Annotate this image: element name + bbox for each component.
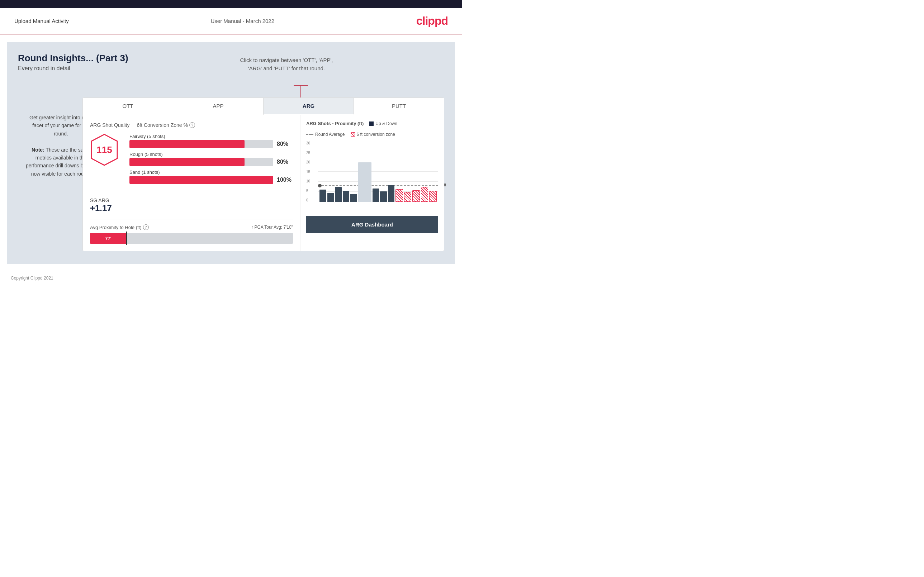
legend-square-icon — [369, 121, 374, 126]
proximity-cursor — [126, 232, 127, 245]
top-bar — [0, 0, 462, 8]
legend-round-avg: Round Average — [306, 132, 345, 137]
pga-avg: ↑ PGA Tour Avg: 7'10" — [251, 225, 293, 230]
header-center-label: User Manual - March 2022 — [210, 18, 274, 24]
proximity-bar-bg: 77' — [90, 233, 293, 244]
bar-label-rough: Rough (5 shots) — [129, 152, 293, 157]
bar-with-pct-fairway: 80% — [129, 140, 293, 148]
ref-label: 8 — [444, 183, 446, 187]
bar-fill-fairway — [129, 140, 244, 148]
chart-bar-h2 — [404, 192, 412, 202]
chart-bar-h1 — [396, 189, 403, 202]
chart-bar-8 — [380, 191, 387, 202]
bar-fill-sand — [129, 176, 273, 184]
y-axis: 0 5 10 15 20 25 30 — [306, 141, 310, 202]
hex-area: 115 Fairway (5 shots) 80% — [90, 134, 293, 187]
nav-hint-line2: 'ARG' and 'PUTT' for that round. — [248, 65, 325, 71]
bar-row-sand: Sand (1 shots) 100% — [129, 169, 293, 184]
bars-section: Fairway (5 shots) 80% Rough (5 shots) — [129, 134, 293, 187]
chart-area: 8 — [318, 141, 438, 202]
y-label-5: 5 — [306, 189, 310, 193]
tab-putt[interactable]: PUTT — [354, 98, 444, 115]
bar-with-pct-sand: 100% — [129, 176, 293, 184]
nav-hint-line1: Click to navigate between 'OTT', 'APP', — [240, 57, 333, 63]
tabs-row: OTT APP ARG PUTT — [83, 98, 444, 115]
y-label-10: 10 — [306, 179, 310, 183]
arg-dashboard-button[interactable]: ARG Dashboard — [306, 216, 438, 233]
proximity-help-icon[interactable]: ? — [143, 224, 149, 230]
bar-pct-sand: 100% — [277, 177, 293, 183]
chart-bar-2 — [327, 193, 334, 202]
sg-value: +1.17 — [90, 203, 293, 213]
page-subtitle: Every round in detail — [18, 65, 444, 72]
bar-bg-sand — [129, 176, 273, 184]
main-content: Round Insights... (Part 3) Every round i… — [7, 42, 455, 264]
legend-6ft-zone: 6 ft conversion zone — [351, 132, 395, 137]
tab-arg[interactable]: ARG — [263, 98, 354, 115]
legend-up-down-label: Up & Down — [375, 121, 397, 126]
main-card: OTT APP ARG PUTT ARG Shot Quality 6ft Co… — [82, 97, 444, 251]
page-title: Round Insights... (Part 3) — [18, 53, 444, 64]
upload-label: Upload Manual Activity — [15, 18, 69, 24]
copyright: Copyright Clippd 2021 — [11, 276, 53, 280]
bar-row-rough: Rough (5 shots) 80% — [129, 152, 293, 166]
y-label-25: 25 — [306, 151, 310, 155]
chart-bar-tall — [358, 162, 372, 202]
footer: Copyright Clippd 2021 — [0, 271, 462, 285]
section-header: ARG Shot Quality 6ft Conversion Zone % ? — [90, 122, 293, 128]
legend-hatched-icon — [351, 132, 355, 137]
chart-bar-4 — [343, 191, 350, 202]
y-label-15: 15 — [306, 170, 310, 174]
chart-header: ARG Shots - Proximity (ft) Up & Down Rou… — [306, 121, 438, 137]
proximity-value: 77' — [105, 236, 111, 241]
bar-pct-rough: 80% — [277, 159, 293, 165]
help-icon[interactable]: ? — [189, 122, 195, 128]
bar-chart: 0 5 10 15 20 25 30 — [306, 141, 438, 213]
section-title: ARG Shot Quality — [90, 122, 130, 128]
bar-row-fairway: Fairway (5 shots) 80% — [129, 134, 293, 148]
section-subtitle: 6ft Conversion Zone % ? — [137, 122, 195, 128]
bar-pct-fairway: 80% — [277, 141, 293, 147]
chart-bar-9 — [388, 185, 395, 202]
chart-bar-h3 — [412, 190, 420, 202]
bar-bg-rough — [129, 158, 273, 166]
y-label-0: 0 — [306, 198, 310, 202]
chart-bar-h4 — [421, 187, 428, 202]
sg-label: SG ARG — [90, 197, 293, 203]
proximity-bar-fill: 77' — [90, 233, 126, 244]
chart-bars — [318, 141, 438, 202]
legend-up-down: Up & Down — [369, 121, 397, 126]
y-label-30: 30 — [306, 141, 310, 145]
legend-6ft-label: 6 ft conversion zone — [357, 132, 395, 137]
chart-bar-7 — [373, 189, 380, 202]
page-title-area: Round Insights... (Part 3) Every round i… — [18, 53, 444, 72]
tab-ott[interactable]: OTT — [83, 98, 173, 115]
legend-dashed-icon — [306, 134, 313, 135]
y-label-20: 20 — [306, 160, 310, 164]
chart-bar-3 — [335, 187, 342, 202]
bar-label-sand: Sand (1 shots) — [129, 169, 293, 175]
insight-note-bold: Note: — [32, 147, 44, 153]
logo: clippd — [416, 15, 448, 27]
chart-bar-5 — [350, 194, 357, 202]
header: Upload Manual Activity User Manual - Mar… — [0, 8, 462, 35]
hex-badge: 115 — [90, 134, 119, 166]
chart-bar-h5 — [429, 191, 437, 202]
proximity-section: Avg Proximity to Hole (ft) ? ↑ PGA Tour … — [90, 219, 293, 244]
bar-fill-rough — [129, 158, 244, 166]
bar-label-fairway: Fairway (5 shots) — [129, 134, 293, 139]
chart-bar-1 — [320, 190, 326, 202]
sg-area: SG ARG +1.17 — [90, 195, 293, 213]
proximity-title: Avg Proximity to Hole (ft) ? — [90, 224, 149, 230]
hex-number: 115 — [97, 144, 112, 156]
left-panel: ARG Shot Quality 6ft Conversion Zone % ?… — [83, 115, 300, 251]
right-panel: ARG Shots - Proximity (ft) Up & Down Rou… — [300, 115, 444, 251]
tab-app[interactable]: APP — [173, 98, 263, 115]
nav-hint: Click to navigate between 'OTT', 'APP', … — [240, 56, 333, 73]
proximity-header: Avg Proximity to Hole (ft) ? ↑ PGA Tour … — [90, 224, 293, 230]
bar-bg-fairway — [129, 140, 273, 148]
chart-title: ARG Shots - Proximity (ft) — [306, 121, 363, 126]
card-body: ARG Shot Quality 6ft Conversion Zone % ?… — [83, 115, 444, 251]
legend-round-avg-label: Round Average — [315, 132, 345, 137]
bar-with-pct-rough: 80% — [129, 158, 293, 166]
